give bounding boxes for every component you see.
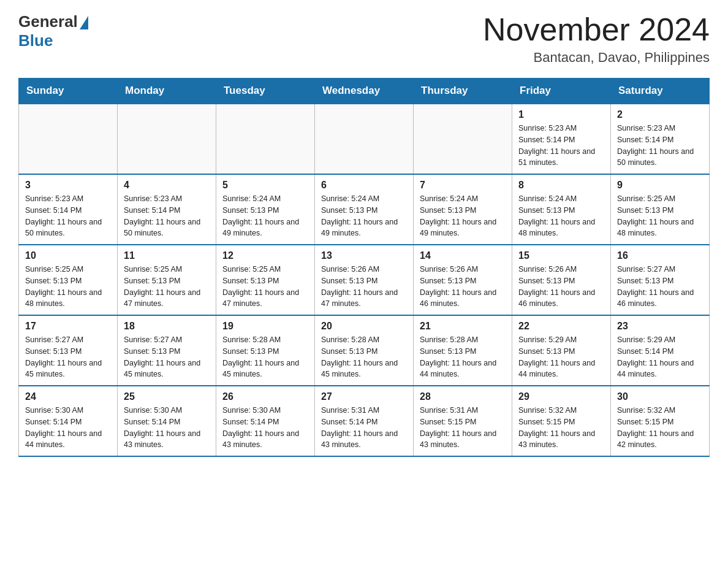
day-info: Sunrise: 5:28 AM Sunset: 5:13 PM Dayligh…	[420, 334, 506, 380]
table-row: 3Sunrise: 5:23 AM Sunset: 5:14 PM Daylig…	[19, 174, 118, 245]
day-number: 26	[222, 391, 308, 402]
day-number: 21	[420, 321, 506, 332]
day-info: Sunrise: 5:25 AM Sunset: 5:13 PM Dayligh…	[124, 264, 210, 310]
day-number: 4	[124, 180, 210, 191]
day-number: 1	[518, 109, 604, 120]
day-info: Sunrise: 5:29 AM Sunset: 5:14 PM Dayligh…	[617, 334, 703, 380]
day-number: 10	[25, 250, 111, 261]
day-number: 11	[124, 250, 210, 261]
day-info: Sunrise: 5:25 AM Sunset: 5:13 PM Dayligh…	[617, 193, 703, 239]
day-info: Sunrise: 5:28 AM Sunset: 5:13 PM Dayligh…	[222, 334, 308, 380]
logo-triangle-icon	[80, 16, 88, 29]
table-row	[118, 104, 216, 174]
day-number: 28	[420, 391, 506, 402]
table-row: 5Sunrise: 5:24 AM Sunset: 5:13 PM Daylig…	[216, 174, 315, 245]
day-number: 6	[321, 180, 407, 191]
day-number: 23	[617, 321, 703, 332]
calendar-week-row: 24Sunrise: 5:30 AM Sunset: 5:14 PM Dayli…	[19, 386, 710, 456]
day-info: Sunrise: 5:30 AM Sunset: 5:14 PM Dayligh…	[222, 405, 308, 451]
table-row: 14Sunrise: 5:26 AM Sunset: 5:13 PM Dayli…	[414, 245, 512, 315]
day-info: Sunrise: 5:31 AM Sunset: 5:15 PM Dayligh…	[420, 405, 506, 451]
table-row: 16Sunrise: 5:27 AM Sunset: 5:13 PM Dayli…	[611, 245, 710, 315]
table-row: 8Sunrise: 5:24 AM Sunset: 5:13 PM Daylig…	[512, 174, 611, 245]
calendar-week-row: 3Sunrise: 5:23 AM Sunset: 5:14 PM Daylig…	[19, 174, 710, 245]
day-info: Sunrise: 5:27 AM Sunset: 5:13 PM Dayligh…	[124, 334, 210, 380]
table-row: 24Sunrise: 5:30 AM Sunset: 5:14 PM Dayli…	[19, 386, 118, 456]
day-info: Sunrise: 5:26 AM Sunset: 5:13 PM Dayligh…	[518, 264, 604, 310]
header-sunday: Sunday	[19, 79, 118, 104]
calendar-table: Sunday Monday Tuesday Wednesday Thursday…	[18, 78, 710, 457]
day-number: 25	[124, 391, 210, 402]
table-row: 2Sunrise: 5:23 AM Sunset: 5:14 PM Daylig…	[611, 104, 710, 174]
calendar-header-row: Sunday Monday Tuesday Wednesday Thursday…	[19, 79, 710, 104]
header-friday: Friday	[512, 79, 611, 104]
day-number: 16	[617, 250, 703, 261]
day-info: Sunrise: 5:23 AM Sunset: 5:14 PM Dayligh…	[124, 193, 210, 239]
table-row: 12Sunrise: 5:25 AM Sunset: 5:13 PM Dayli…	[216, 245, 315, 315]
table-row: 27Sunrise: 5:31 AM Sunset: 5:14 PM Dayli…	[315, 386, 414, 456]
table-row: 21Sunrise: 5:28 AM Sunset: 5:13 PM Dayli…	[414, 315, 512, 386]
table-row	[216, 104, 315, 174]
day-number: 30	[617, 391, 703, 402]
day-number: 17	[25, 321, 111, 332]
day-info: Sunrise: 5:31 AM Sunset: 5:14 PM Dayligh…	[321, 405, 407, 451]
table-row: 15Sunrise: 5:26 AM Sunset: 5:13 PM Dayli…	[512, 245, 611, 315]
day-info: Sunrise: 5:24 AM Sunset: 5:13 PM Dayligh…	[321, 193, 407, 239]
logo-blue-text: Blue	[18, 31, 53, 50]
day-info: Sunrise: 5:27 AM Sunset: 5:13 PM Dayligh…	[25, 334, 111, 380]
day-info: Sunrise: 5:25 AM Sunset: 5:13 PM Dayligh…	[25, 264, 111, 310]
day-number: 20	[321, 321, 407, 332]
day-number: 8	[518, 180, 604, 191]
header-wednesday: Wednesday	[315, 79, 414, 104]
table-row: 17Sunrise: 5:27 AM Sunset: 5:13 PM Dayli…	[19, 315, 118, 386]
table-row: 18Sunrise: 5:27 AM Sunset: 5:13 PM Dayli…	[118, 315, 216, 386]
day-info: Sunrise: 5:32 AM Sunset: 5:15 PM Dayligh…	[617, 405, 703, 451]
day-number: 24	[25, 391, 111, 402]
table-row: 28Sunrise: 5:31 AM Sunset: 5:15 PM Dayli…	[414, 386, 512, 456]
day-info: Sunrise: 5:24 AM Sunset: 5:13 PM Dayligh…	[420, 193, 506, 239]
table-row: 26Sunrise: 5:30 AM Sunset: 5:14 PM Dayli…	[216, 386, 315, 456]
day-info: Sunrise: 5:23 AM Sunset: 5:14 PM Dayligh…	[518, 123, 604, 169]
day-info: Sunrise: 5:27 AM Sunset: 5:13 PM Dayligh…	[617, 264, 703, 310]
table-row: 30Sunrise: 5:32 AM Sunset: 5:15 PM Dayli…	[611, 386, 710, 456]
table-row: 6Sunrise: 5:24 AM Sunset: 5:13 PM Daylig…	[315, 174, 414, 245]
day-info: Sunrise: 5:30 AM Sunset: 5:14 PM Dayligh…	[25, 405, 111, 451]
day-number: 2	[617, 109, 703, 120]
table-row: 20Sunrise: 5:28 AM Sunset: 5:13 PM Dayli…	[315, 315, 414, 386]
page-header: General Blue November 2024 Bantacan, Dav…	[18, 12, 710, 66]
day-number: 7	[420, 180, 506, 191]
table-row: 10Sunrise: 5:25 AM Sunset: 5:13 PM Dayli…	[19, 245, 118, 315]
day-number: 5	[222, 180, 308, 191]
day-info: Sunrise: 5:29 AM Sunset: 5:13 PM Dayligh…	[518, 334, 604, 380]
day-info: Sunrise: 5:32 AM Sunset: 5:15 PM Dayligh…	[518, 405, 604, 451]
table-row: 23Sunrise: 5:29 AM Sunset: 5:14 PM Dayli…	[611, 315, 710, 386]
table-row	[414, 104, 512, 174]
table-row: 1Sunrise: 5:23 AM Sunset: 5:14 PM Daylig…	[512, 104, 611, 174]
header-saturday: Saturday	[611, 79, 710, 104]
day-number: 12	[222, 250, 308, 261]
day-number: 19	[222, 321, 308, 332]
location-subtitle: Bantacan, Davao, Philippines	[483, 50, 710, 66]
logo-general-text: General	[18, 12, 78, 31]
day-info: Sunrise: 5:23 AM Sunset: 5:14 PM Dayligh…	[25, 193, 111, 239]
calendar-week-row: 10Sunrise: 5:25 AM Sunset: 5:13 PM Dayli…	[19, 245, 710, 315]
header-thursday: Thursday	[414, 79, 512, 104]
table-row: 7Sunrise: 5:24 AM Sunset: 5:13 PM Daylig…	[414, 174, 512, 245]
table-row: 25Sunrise: 5:30 AM Sunset: 5:14 PM Dayli…	[118, 386, 216, 456]
logo: General Blue	[18, 12, 88, 50]
table-row: 9Sunrise: 5:25 AM Sunset: 5:13 PM Daylig…	[611, 174, 710, 245]
day-info: Sunrise: 5:23 AM Sunset: 5:14 PM Dayligh…	[617, 123, 703, 169]
day-number: 3	[25, 180, 111, 191]
calendar-week-row: 17Sunrise: 5:27 AM Sunset: 5:13 PM Dayli…	[19, 315, 710, 386]
day-info: Sunrise: 5:30 AM Sunset: 5:14 PM Dayligh…	[124, 405, 210, 451]
day-info: Sunrise: 5:26 AM Sunset: 5:13 PM Dayligh…	[420, 264, 506, 310]
day-info: Sunrise: 5:25 AM Sunset: 5:13 PM Dayligh…	[222, 264, 308, 310]
table-row: 19Sunrise: 5:28 AM Sunset: 5:13 PM Dayli…	[216, 315, 315, 386]
table-row: 13Sunrise: 5:26 AM Sunset: 5:13 PM Dayli…	[315, 245, 414, 315]
day-info: Sunrise: 5:26 AM Sunset: 5:13 PM Dayligh…	[321, 264, 407, 310]
day-info: Sunrise: 5:24 AM Sunset: 5:13 PM Dayligh…	[222, 193, 308, 239]
day-number: 29	[518, 391, 604, 402]
day-info: Sunrise: 5:24 AM Sunset: 5:13 PM Dayligh…	[518, 193, 604, 239]
month-year-title: November 2024	[483, 12, 710, 47]
table-row: 11Sunrise: 5:25 AM Sunset: 5:13 PM Dayli…	[118, 245, 216, 315]
